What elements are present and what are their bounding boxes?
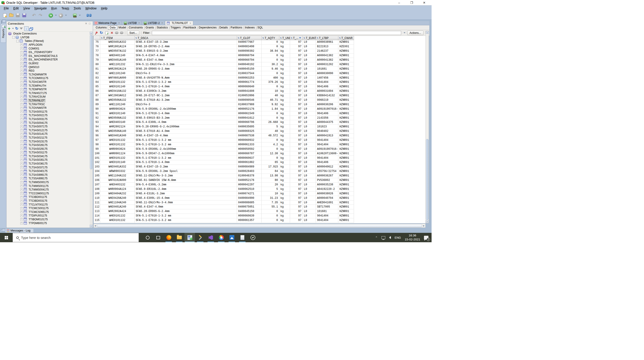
grid-cell[interactable]: kg xyxy=(279,209,290,214)
filter-input[interactable] xyxy=(152,31,401,35)
grid-cell[interactable]: kg xyxy=(279,187,290,192)
grid-cell[interactable]: HZNR01 xyxy=(338,49,354,54)
grid-cell[interactable]: WHE0101132 xyxy=(100,156,134,160)
grid-cell[interactable]: 40.71 xyxy=(262,98,279,103)
taskbar-photos-icon[interactable] xyxy=(226,233,237,242)
grid-cell[interactable]: 9041406 xyxy=(316,85,338,89)
grid-cell[interactable]: 97 xyxy=(290,125,303,129)
grid-cell[interactable]: WHR0903624 xyxy=(100,107,134,111)
new-connection-icon[interactable]: + xyxy=(8,27,10,31)
grid-cell[interactable]: A000040612 xyxy=(316,165,338,169)
grid-cell[interactable]: HZNR01 xyxy=(338,209,354,214)
tree-item-ttcmcs001175[interactable]: +TTCMCS001175 xyxy=(6,207,90,210)
grid-cell[interactable]: 97 xyxy=(290,178,303,183)
grid-cell[interactable]: 48 xyxy=(262,129,279,134)
grid-cell[interactable]: L0 xyxy=(303,192,316,196)
grid-cell[interactable]: L0 xyxy=(303,111,316,116)
grid-cell[interactable]: H000060796 xyxy=(237,120,262,125)
grid-cell[interactable]: L0 xyxy=(303,98,316,103)
filter-connections-icon[interactable] xyxy=(20,28,23,30)
grid-cell[interactable]: WHE0404A232 xyxy=(100,192,134,196)
grid-cell[interactable]: 30.2 xyxy=(262,62,279,67)
grid-cell[interactable]: L0 xyxy=(303,120,316,125)
tree-item-tltwms001175[interactable]: +TLTWMS001175 xyxy=(6,184,90,188)
grid-cell[interactable]: A000030090 xyxy=(316,71,338,76)
grid-cell[interactable]: WHE0101132 xyxy=(100,142,134,147)
grid-cell[interactable]: kg xyxy=(279,116,290,120)
grid-cell[interactable]: HZNR01 xyxy=(338,160,354,165)
grid-cell[interactable]: 0 xyxy=(262,58,279,63)
tree-expand-icon[interactable]: + xyxy=(20,110,23,113)
subtab-statistics[interactable]: Statistics xyxy=(156,26,169,29)
grid-cell[interactable]: 0 xyxy=(262,71,279,76)
tree-item-ttcmcs065175[interactable]: +TTCMCS065175 xyxy=(6,210,90,214)
menu-view[interactable]: View xyxy=(21,6,32,11)
grid-cell[interactable]: kg xyxy=(279,169,290,174)
open-file-icon[interactable] xyxy=(9,13,14,18)
subtab-constraints[interactable]: Constraints xyxy=(128,26,144,29)
grid-cell[interactable]: 0400052176 xyxy=(237,178,262,183)
row-number[interactable]: 91 xyxy=(94,111,100,116)
row-number[interactable]: 98 xyxy=(94,142,100,147)
taskbar-admin-tools-icon[interactable] xyxy=(195,233,206,242)
tree-item-tltovnmstr[interactable]: +TLTOVNMSTR xyxy=(6,106,90,110)
grid-cell[interactable]: 0 xyxy=(262,218,279,223)
grid-cell[interactable]: SFA5.5-E9015-B3-3.2mm xyxy=(134,116,237,120)
grid-cell[interactable]: H000060640 xyxy=(237,85,262,89)
sorted-view-icon[interactable]: ↓ xyxy=(24,27,28,31)
grid-cell[interactable]: 0060219 xyxy=(316,98,338,103)
grid-cell[interactable]: 97 xyxy=(290,134,303,138)
menu-edit[interactable]: Edit xyxy=(12,6,21,11)
grid-cell[interactable]: H000060794 xyxy=(237,54,262,58)
tree-expand-icon[interactable]: + xyxy=(20,162,23,165)
grid-cell[interactable]: HZNR01 xyxy=(338,85,354,89)
grid-cell[interactable]: 0 xyxy=(262,209,279,214)
grid-cell[interactable]: SFA5.5-E7018-A1-3.2mm xyxy=(134,98,237,103)
row-number[interactable]: 97 xyxy=(94,138,100,143)
grid-cell[interactable]: L0 xyxy=(303,107,316,111)
grid-cell[interactable]: WHE0101132 xyxy=(100,218,134,223)
grid-cell[interactable]: WHR2802124 xyxy=(100,125,134,129)
grid-cell[interactable]: kg xyxy=(279,134,290,138)
grid-cell[interactable]: A000031202 xyxy=(316,62,338,67)
back-icon[interactable]: ◀ xyxy=(48,13,53,18)
grid-cell[interactable]: 0 xyxy=(262,116,279,120)
row-number[interactable]: 99 xyxy=(94,147,100,151)
insert-row-icon[interactable]: + xyxy=(105,31,109,35)
grid-cell[interactable]: 97 xyxy=(290,156,303,160)
tab-tltinvnlot[interactable]: TLTINVNLOT✕ xyxy=(165,21,193,25)
tree-item-ttpdm600175[interactable]: +TTPDM600175 xyxy=(6,221,90,225)
grid-cell[interactable]: 97 xyxy=(290,45,303,49)
grid-cell[interactable]: L0 xyxy=(303,160,316,165)
grid-cell[interactable]: 1.84 xyxy=(262,107,279,111)
grid-cell[interactable]: WHE0101132 xyxy=(100,138,134,143)
minimize-button[interactable]: – xyxy=(396,1,402,5)
grid-cell[interactable]: WHE0401A332 xyxy=(100,165,134,169)
grid-cell[interactable]: 9040402 xyxy=(316,129,338,134)
grid-cell[interactable]: WHE1104A132 xyxy=(100,174,134,178)
grid-cell[interactable]: L0 xyxy=(303,169,316,174)
row-number[interactable]: 78 xyxy=(94,54,100,58)
grid-cell[interactable]: 97 xyxy=(290,205,303,209)
row-number[interactable]: 82 xyxy=(94,71,100,76)
sort-arrows-icon[interactable]: ⇅ xyxy=(262,37,264,39)
menu-tools[interactable]: Tools xyxy=(72,6,83,11)
grid-cell[interactable]: 97 xyxy=(290,54,303,58)
tree-expand-icon[interactable]: + xyxy=(20,51,23,54)
tree-expand-icon[interactable]: + xyxy=(20,147,23,150)
tree-item-applogin[interactable]: +APPLOGIN xyxy=(6,43,90,47)
row-number[interactable]: 110 xyxy=(94,196,100,200)
row-number[interactable]: 108 xyxy=(94,187,100,192)
grid-cell[interactable]: H000042297 xyxy=(237,183,262,187)
grid-cell[interactable]: 9041404 xyxy=(316,138,338,143)
forward-icon[interactable]: ▶ xyxy=(58,13,63,18)
grid-cell[interactable]: A10620T13608-2 xyxy=(316,151,338,156)
grid-cell[interactable]: 10 xyxy=(262,192,279,196)
grid-cell[interactable]: 17.915 xyxy=(262,165,279,169)
grid-cell[interactable]: WHE0401A340 xyxy=(100,134,134,138)
notification-center-icon[interactable]: 2 xyxy=(424,236,428,240)
grid-cell[interactable]: 5 xyxy=(262,187,279,192)
grid-cell[interactable]: kg xyxy=(279,76,290,80)
grid-cell[interactable]: 97 xyxy=(290,49,303,54)
grid-cell[interactable]: SFA5.18-ER70S-2-2.4mm xyxy=(134,45,237,49)
